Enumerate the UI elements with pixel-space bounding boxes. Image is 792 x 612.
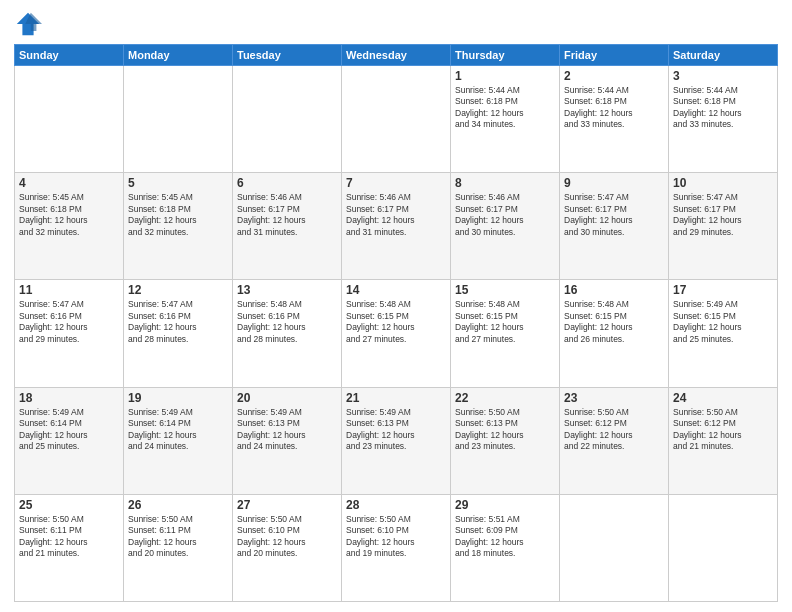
day-number: 24 <box>673 391 773 405</box>
calendar-cell: 19Sunrise: 5:49 AM Sunset: 6:14 PM Dayli… <box>124 387 233 494</box>
calendar-day-header: Wednesday <box>342 45 451 66</box>
day-number: 21 <box>346 391 446 405</box>
day-number: 27 <box>237 498 337 512</box>
day-info: Sunrise: 5:45 AM Sunset: 6:18 PM Dayligh… <box>128 192 228 238</box>
calendar-cell: 29Sunrise: 5:51 AM Sunset: 6:09 PM Dayli… <box>451 494 560 601</box>
day-info: Sunrise: 5:44 AM Sunset: 6:18 PM Dayligh… <box>564 85 664 131</box>
day-number: 13 <box>237 283 337 297</box>
calendar-cell: 20Sunrise: 5:49 AM Sunset: 6:13 PM Dayli… <box>233 387 342 494</box>
day-info: Sunrise: 5:47 AM Sunset: 6:17 PM Dayligh… <box>564 192 664 238</box>
day-number: 5 <box>128 176 228 190</box>
calendar-week-row: 18Sunrise: 5:49 AM Sunset: 6:14 PM Dayli… <box>15 387 778 494</box>
day-number: 16 <box>564 283 664 297</box>
day-info: Sunrise: 5:50 AM Sunset: 6:10 PM Dayligh… <box>237 514 337 560</box>
day-number: 7 <box>346 176 446 190</box>
day-number: 25 <box>19 498 119 512</box>
day-info: Sunrise: 5:46 AM Sunset: 6:17 PM Dayligh… <box>455 192 555 238</box>
day-info: Sunrise: 5:50 AM Sunset: 6:13 PM Dayligh… <box>455 407 555 453</box>
day-info: Sunrise: 5:47 AM Sunset: 6:17 PM Dayligh… <box>673 192 773 238</box>
calendar-day-header: Friday <box>560 45 669 66</box>
day-number: 15 <box>455 283 555 297</box>
calendar-day-header: Tuesday <box>233 45 342 66</box>
day-number: 9 <box>564 176 664 190</box>
day-number: 19 <box>128 391 228 405</box>
calendar-cell: 16Sunrise: 5:48 AM Sunset: 6:15 PM Dayli… <box>560 280 669 387</box>
calendar-day-header: Monday <box>124 45 233 66</box>
calendar-cell: 3Sunrise: 5:44 AM Sunset: 6:18 PM Daylig… <box>669 66 778 173</box>
calendar-cell: 28Sunrise: 5:50 AM Sunset: 6:10 PM Dayli… <box>342 494 451 601</box>
calendar-cell: 10Sunrise: 5:47 AM Sunset: 6:17 PM Dayli… <box>669 173 778 280</box>
calendar-cell <box>233 66 342 173</box>
day-number: 12 <box>128 283 228 297</box>
day-info: Sunrise: 5:44 AM Sunset: 6:18 PM Dayligh… <box>455 85 555 131</box>
calendar-cell: 21Sunrise: 5:49 AM Sunset: 6:13 PM Dayli… <box>342 387 451 494</box>
day-number: 8 <box>455 176 555 190</box>
calendar-cell: 7Sunrise: 5:46 AM Sunset: 6:17 PM Daylig… <box>342 173 451 280</box>
day-info: Sunrise: 5:46 AM Sunset: 6:17 PM Dayligh… <box>237 192 337 238</box>
calendar-day-header: Sunday <box>15 45 124 66</box>
calendar-cell <box>560 494 669 601</box>
day-info: Sunrise: 5:48 AM Sunset: 6:15 PM Dayligh… <box>346 299 446 345</box>
day-info: Sunrise: 5:49 AM Sunset: 6:14 PM Dayligh… <box>128 407 228 453</box>
calendar-cell: 22Sunrise: 5:50 AM Sunset: 6:13 PM Dayli… <box>451 387 560 494</box>
day-info: Sunrise: 5:46 AM Sunset: 6:17 PM Dayligh… <box>346 192 446 238</box>
calendar-cell: 12Sunrise: 5:47 AM Sunset: 6:16 PM Dayli… <box>124 280 233 387</box>
day-number: 6 <box>237 176 337 190</box>
logo-icon <box>14 10 42 38</box>
day-number: 11 <box>19 283 119 297</box>
calendar-cell: 11Sunrise: 5:47 AM Sunset: 6:16 PM Dayli… <box>15 280 124 387</box>
day-info: Sunrise: 5:49 AM Sunset: 6:15 PM Dayligh… <box>673 299 773 345</box>
calendar-week-row: 1Sunrise: 5:44 AM Sunset: 6:18 PM Daylig… <box>15 66 778 173</box>
day-number: 4 <box>19 176 119 190</box>
day-number: 1 <box>455 69 555 83</box>
calendar-cell: 2Sunrise: 5:44 AM Sunset: 6:18 PM Daylig… <box>560 66 669 173</box>
calendar-cell <box>124 66 233 173</box>
calendar-day-header: Saturday <box>669 45 778 66</box>
calendar-cell: 1Sunrise: 5:44 AM Sunset: 6:18 PM Daylig… <box>451 66 560 173</box>
day-info: Sunrise: 5:50 AM Sunset: 6:11 PM Dayligh… <box>19 514 119 560</box>
day-number: 14 <box>346 283 446 297</box>
day-number: 26 <box>128 498 228 512</box>
calendar-week-row: 4Sunrise: 5:45 AM Sunset: 6:18 PM Daylig… <box>15 173 778 280</box>
calendar: SundayMondayTuesdayWednesdayThursdayFrid… <box>14 44 778 602</box>
calendar-week-row: 25Sunrise: 5:50 AM Sunset: 6:11 PM Dayli… <box>15 494 778 601</box>
header <box>14 10 778 38</box>
day-number: 22 <box>455 391 555 405</box>
day-info: Sunrise: 5:48 AM Sunset: 6:15 PM Dayligh… <box>564 299 664 345</box>
calendar-cell: 13Sunrise: 5:48 AM Sunset: 6:16 PM Dayli… <box>233 280 342 387</box>
day-number: 20 <box>237 391 337 405</box>
calendar-cell: 25Sunrise: 5:50 AM Sunset: 6:11 PM Dayli… <box>15 494 124 601</box>
calendar-cell: 14Sunrise: 5:48 AM Sunset: 6:15 PM Dayli… <box>342 280 451 387</box>
calendar-cell <box>669 494 778 601</box>
day-info: Sunrise: 5:47 AM Sunset: 6:16 PM Dayligh… <box>19 299 119 345</box>
calendar-cell: 23Sunrise: 5:50 AM Sunset: 6:12 PM Dayli… <box>560 387 669 494</box>
calendar-cell: 27Sunrise: 5:50 AM Sunset: 6:10 PM Dayli… <box>233 494 342 601</box>
day-number: 29 <box>455 498 555 512</box>
day-info: Sunrise: 5:49 AM Sunset: 6:13 PM Dayligh… <box>346 407 446 453</box>
calendar-cell <box>15 66 124 173</box>
calendar-cell: 8Sunrise: 5:46 AM Sunset: 6:17 PM Daylig… <box>451 173 560 280</box>
calendar-week-row: 11Sunrise: 5:47 AM Sunset: 6:16 PM Dayli… <box>15 280 778 387</box>
day-number: 3 <box>673 69 773 83</box>
calendar-cell: 24Sunrise: 5:50 AM Sunset: 6:12 PM Dayli… <box>669 387 778 494</box>
day-info: Sunrise: 5:47 AM Sunset: 6:16 PM Dayligh… <box>128 299 228 345</box>
calendar-cell: 17Sunrise: 5:49 AM Sunset: 6:15 PM Dayli… <box>669 280 778 387</box>
calendar-header-row: SundayMondayTuesdayWednesdayThursdayFrid… <box>15 45 778 66</box>
day-info: Sunrise: 5:44 AM Sunset: 6:18 PM Dayligh… <box>673 85 773 131</box>
day-info: Sunrise: 5:48 AM Sunset: 6:15 PM Dayligh… <box>455 299 555 345</box>
calendar-cell: 15Sunrise: 5:48 AM Sunset: 6:15 PM Dayli… <box>451 280 560 387</box>
day-info: Sunrise: 5:50 AM Sunset: 6:10 PM Dayligh… <box>346 514 446 560</box>
day-number: 17 <box>673 283 773 297</box>
day-number: 18 <box>19 391 119 405</box>
day-info: Sunrise: 5:51 AM Sunset: 6:09 PM Dayligh… <box>455 514 555 560</box>
calendar-cell: 26Sunrise: 5:50 AM Sunset: 6:11 PM Dayli… <box>124 494 233 601</box>
day-number: 23 <box>564 391 664 405</box>
day-info: Sunrise: 5:48 AM Sunset: 6:16 PM Dayligh… <box>237 299 337 345</box>
day-info: Sunrise: 5:45 AM Sunset: 6:18 PM Dayligh… <box>19 192 119 238</box>
calendar-cell <box>342 66 451 173</box>
day-info: Sunrise: 5:49 AM Sunset: 6:14 PM Dayligh… <box>19 407 119 453</box>
calendar-cell: 6Sunrise: 5:46 AM Sunset: 6:17 PM Daylig… <box>233 173 342 280</box>
calendar-cell: 18Sunrise: 5:49 AM Sunset: 6:14 PM Dayli… <box>15 387 124 494</box>
calendar-cell: 9Sunrise: 5:47 AM Sunset: 6:17 PM Daylig… <box>560 173 669 280</box>
day-number: 10 <box>673 176 773 190</box>
